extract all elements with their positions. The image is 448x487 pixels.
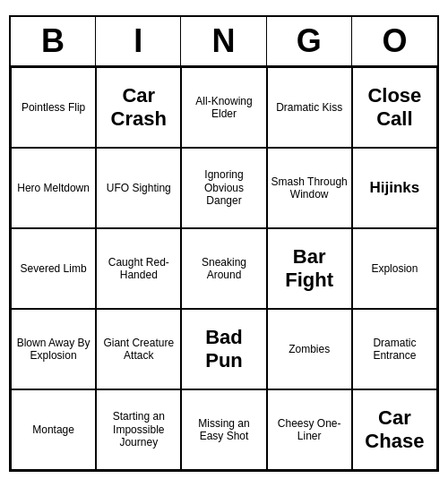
bingo-cell-16: Giant Creature Attack xyxy=(96,309,181,389)
header-letter-n: N xyxy=(181,17,266,65)
bingo-cell-12: Sneaking Around xyxy=(181,228,266,309)
bingo-cell-23: Cheesy One-Liner xyxy=(267,389,352,470)
bingo-cell-5: Hero Meltdown xyxy=(11,148,96,228)
bingo-cell-17: Bad Pun xyxy=(181,309,266,389)
bingo-cell-2: All-Knowing Elder xyxy=(181,67,266,148)
bingo-cell-20: Montage xyxy=(11,389,96,470)
bingo-cell-8: Smash Through Window xyxy=(267,148,352,228)
bingo-cell-0: Pointless Flip xyxy=(11,67,96,148)
bingo-card: BINGO Pointless FlipCar CrashAll-Knowing… xyxy=(9,15,439,472)
header-letter-i: I xyxy=(96,17,181,65)
bingo-cell-14: Explosion xyxy=(352,228,437,309)
bingo-grid: Pointless FlipCar CrashAll-Knowing Elder… xyxy=(11,67,437,470)
header-letter-g: G xyxy=(267,17,352,65)
bingo-cell-1: Car Crash xyxy=(96,67,181,148)
bingo-cell-18: Zombies xyxy=(267,309,352,389)
bingo-cell-21: Starting an Impossible Journey xyxy=(96,389,181,470)
bingo-cell-6: UFO Sighting xyxy=(96,148,181,228)
bingo-cell-9: Hijinks xyxy=(352,148,437,228)
header-letter-b: B xyxy=(11,17,96,65)
bingo-cell-19: Dramatic Entrance xyxy=(352,309,437,389)
bingo-cell-13: Bar Fight xyxy=(267,228,352,309)
bingo-cell-24: Car Chase xyxy=(352,389,437,470)
bingo-cell-15: Blown Away By Explosion xyxy=(11,309,96,389)
bingo-cell-22: Missing an Easy Shot xyxy=(181,389,266,470)
bingo-cell-3: Dramatic Kiss xyxy=(267,67,352,148)
header-letter-o: O xyxy=(352,17,437,65)
bingo-cell-4: Close Call xyxy=(352,67,437,148)
bingo-cell-10: Severed Limb xyxy=(11,228,96,309)
bingo-cell-11: Caught Red-Handed xyxy=(96,228,181,309)
bingo-cell-7: Ignoring Obvious Danger xyxy=(181,148,266,228)
bingo-header: BINGO xyxy=(11,17,437,67)
